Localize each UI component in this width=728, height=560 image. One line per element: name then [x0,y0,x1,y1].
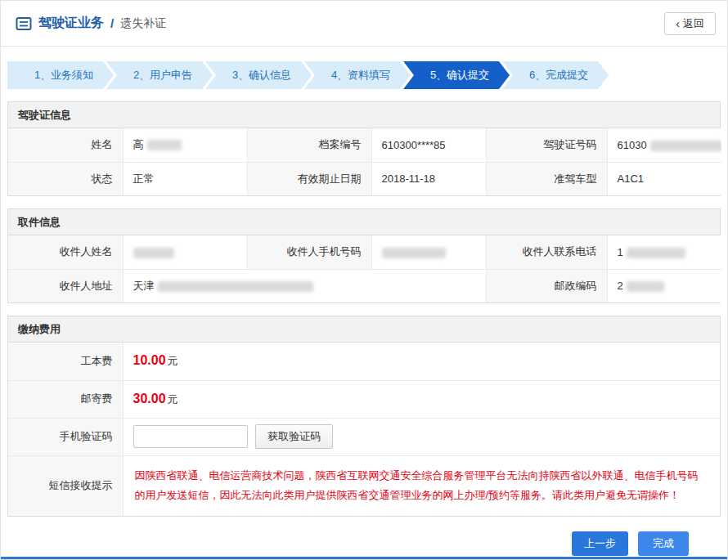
section-license-title: 驾驶证信息 [8,102,720,128]
sms-code-input[interactable] [133,425,248,448]
step-3-confirm-info: 3、确认信息 [205,61,312,89]
postage-fee-value: 30.00元 [123,380,720,418]
table-row: 收件人姓名 收件人手机号码 收件人联系电话 1 [8,235,721,269]
step-1-notice: 1、业务须知 [7,61,114,89]
name-value: 高 [123,128,247,162]
file-no-value: 610300****85 [371,128,486,162]
redacted-text [627,281,664,292]
breadcrumb: 驾驶证业务 / 遗失补证 [16,15,166,32]
header-bar: 驾驶证业务 / 遗失补证 ‹ 返回 [1,1,727,47]
postcode-label: 邮政编码 [486,269,607,302]
recipient-address-label: 收件人地址 [8,269,123,302]
step-2-label: 2、用户申告 [133,68,192,83]
step-2-declaration: 2、用户申告 [106,61,213,89]
table-row: 收件人地址 天津 邮政编码 2 [8,269,721,302]
postcode-value: 2 [607,269,721,302]
redacted-text [133,248,174,258]
table-row: 手机验证码 获取验证码 [8,418,720,455]
file-no-label: 档案编号 [247,128,371,162]
table-row: 短信接收提示 因陕西省联通、电信运营商技术问题，陕西省互联网交通安全综合服务管理… [8,455,720,516]
step-4-label: 4、资料填写 [331,68,390,83]
table-row: 工本费 10.00元 [8,343,720,380]
status-value: 正常 [123,162,247,195]
production-fee-label: 工本费 [8,343,123,380]
sms-notice-label: 短信接收提示 [8,455,123,516]
bottom-accent-bar [1,557,727,559]
step-6-label: 6、完成提交 [529,68,588,83]
step-bar: 1、业务须知 2、用户申告 3、确认信息 4、资料填写 5、确认提交 6、完成提… [7,61,721,89]
sms-notice-text: 因陕西省联通、电信运营商技术问题，陕西省互联网交通安全综合服务管理平台无法向持陕… [135,466,709,506]
postage-fee-label: 邮寄费 [8,380,123,418]
step-5-label: 5、确认提交 [430,68,489,83]
sms-notice-cell: 因陕西省联通、电信运营商技术问题，陕西省互联网交通安全综合服务管理平台无法向持陕… [123,455,720,516]
section-license-info: 驾驶证信息 姓名 高 档案编号 610300****85 驾驶证号码 61030… [7,101,721,196]
page-title: 驾驶证业务 [38,15,104,32]
license-no-value: 61030 [607,128,721,162]
table-row: 姓名 高 档案编号 610300****85 驾驶证号码 61030 [8,128,721,162]
table-row: 状态 正常 有效期止日期 2018-11-18 准驾车型 A1C1 [8,162,721,195]
sms-code-cell: 获取验证码 [123,418,720,455]
table-row: 邮寄费 30.00元 [8,380,720,418]
back-button-label: 返回 [683,16,704,31]
recipient-name-value [123,235,247,269]
license-info-table: 姓名 高 档案编号 610300****85 驾驶证号码 61030 状态 正常… [8,128,721,195]
redacted-text [158,281,313,292]
step-1-label: 1、业务须知 [34,68,93,83]
page: 驾驶证业务 / 遗失补证 ‹ 返回 1、业务须知 2、用户申告 3、确认信息 4… [0,0,728,560]
production-fee-amount: 10.00 [133,353,166,367]
fee-unit: 元 [168,393,178,405]
action-bar: 上一步 完成 [1,531,689,556]
section-fees: 缴纳费用 工本费 10.00元 邮寄费 30.00元 手机验证码 [7,316,721,517]
get-sms-code-button[interactable]: 获取验证码 [255,424,333,449]
step-5-confirm-submit-active: 5、确认提交 [403,61,510,89]
redacted-text [627,248,685,258]
form-icon [16,16,32,32]
fee-unit: 元 [168,355,178,367]
fees-table: 工本费 10.00元 邮寄费 30.00元 手机验证码 获取验证码 短信接收提 [8,343,720,516]
expiry-value: 2018-11-18 [371,162,486,195]
section-pickup-title: 取件信息 [8,209,720,235]
production-fee-value: 10.00元 [123,343,720,380]
postage-fee-amount: 30.00 [133,392,166,405]
finish-button[interactable]: 完成 [638,531,689,556]
recipient-mobile-label: 收件人手机号码 [247,235,371,269]
step-4-fill-data: 4、资料填写 [304,61,411,89]
breadcrumb-divider: / [110,16,114,30]
recipient-mobile-value [371,235,486,269]
step-6-complete: 6、完成提交 [502,61,609,89]
pickup-info-table: 收件人姓名 收件人手机号码 收件人联系电话 1 收件人地址 天津 邮政编码 2 [8,235,721,302]
recipient-name-label: 收件人姓名 [8,235,123,269]
previous-step-button[interactable]: 上一步 [572,531,628,556]
sms-code-label: 手机验证码 [8,418,123,455]
recipient-phone-value: 1 [607,235,721,269]
section-fees-title: 缴纳费用 [8,316,720,343]
redacted-text [650,141,721,151]
redacted-text [147,140,182,150]
vehicle-class-label: 准驾车型 [486,162,607,195]
expiry-label: 有效期止日期 [247,162,371,195]
back-chevron-icon: ‹ [676,17,680,30]
recipient-phone-label: 收件人联系电话 [486,235,607,269]
recipient-address-value: 天津 [123,269,486,302]
license-no-label: 驾驶证号码 [486,128,607,162]
section-pickup-info: 取件信息 收件人姓名 收件人手机号码 收件人联系电话 1 收件人地址 天津 邮政… [7,208,721,303]
status-label: 状态 [8,162,123,195]
vehicle-class-value: A1C1 [607,162,721,195]
page-subtitle: 遗失补证 [120,16,166,31]
redacted-text [382,248,446,258]
name-label: 姓名 [8,128,123,162]
step-3-label: 3、确认信息 [232,68,291,83]
back-button[interactable]: ‹ 返回 [664,12,716,35]
